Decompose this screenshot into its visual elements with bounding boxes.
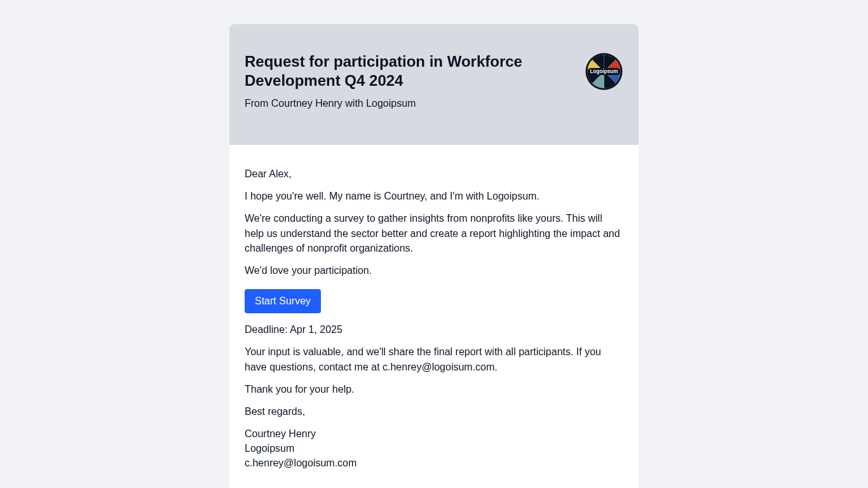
email-title: Request for participation in Workforce D…	[245, 52, 572, 90]
start-survey-button[interactable]: Start Survey	[245, 289, 321, 313]
email-header: Request for participation in Workforce D…	[229, 24, 639, 145]
signature-block: Courtney Henry Logoipsum c.henrey@logois…	[245, 426, 623, 471]
email-card: Request for participation in Workforce D…	[229, 24, 639, 488]
greeting: Dear Alex,	[245, 166, 623, 181]
followup-paragraph: Your input is valuable, and we'll share …	[245, 344, 623, 374]
ask-paragraph: We'd love your participation.	[245, 263, 623, 278]
deadline-text: Deadline: Apr 1, 2025	[245, 322, 623, 337]
signature-name: Courtney Henry	[245, 426, 623, 441]
email-body: Dear Alex, I hope you're well. My name i…	[229, 145, 639, 488]
header-text-block: Request for participation in Workforce D…	[245, 52, 572, 109]
svg-text:Logoipsum: Logoipsum	[590, 69, 618, 74]
org-logo-icon: Logoipsum	[585, 52, 623, 91]
signature-email: c.henrey@logoisum.com	[245, 456, 623, 470]
description-paragraph: We're conducting a survey to gather insi…	[245, 211, 623, 255]
email-from: From Courtney Henry with Logoipsum	[245, 98, 572, 109]
regards-line: Best regards,	[245, 404, 623, 419]
signature-org: Logoipsum	[245, 441, 623, 456]
thanks-paragraph: Thank you for your help.	[245, 382, 623, 396]
intro-paragraph: I hope you're well. My name is Courtney,…	[245, 189, 623, 203]
